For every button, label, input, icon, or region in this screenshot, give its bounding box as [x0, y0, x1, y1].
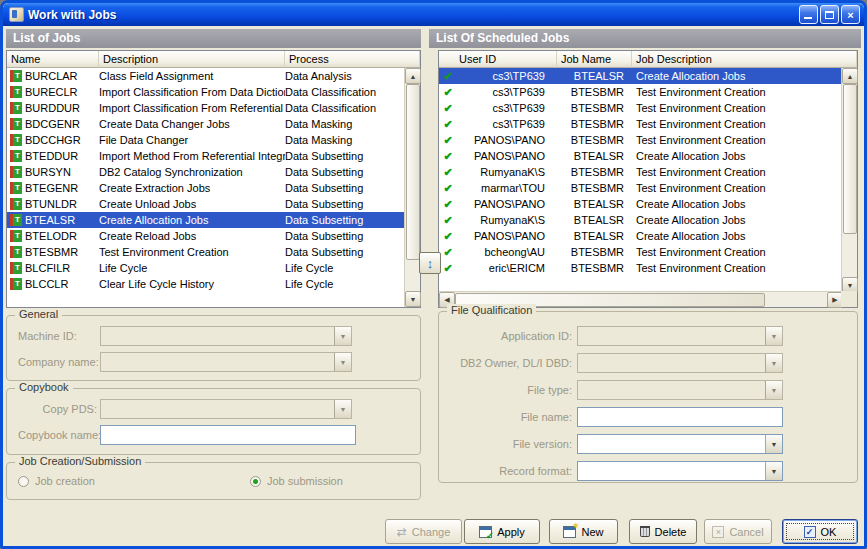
- job-row[interactable]: TBLCCLRClear Life Cycle HistoryLife Cycl…: [7, 276, 404, 292]
- job-name-cell: BTEALSR: [557, 212, 632, 228]
- job-description-cell: Test Environment Creation: [632, 132, 841, 148]
- scrollbar-thumb[interactable]: [843, 84, 857, 234]
- job-name-cell: BTESBMR: [557, 116, 632, 132]
- file-type-label: File type:: [447, 380, 572, 400]
- user-id-cell: cs3\TP639: [457, 84, 557, 100]
- company-name-value: [101, 353, 334, 371]
- job-process-cell: Data Subsetting: [285, 180, 404, 196]
- scroll-up-button[interactable]: ▲: [842, 68, 858, 84]
- column-header-process[interactable]: Process: [285, 51, 420, 68]
- scroll-up-button[interactable]: ▲: [405, 68, 421, 84]
- close-icon: ×: [847, 9, 853, 21]
- new-button[interactable]: New: [549, 519, 618, 544]
- scheduled-job-row[interactable]: ✔PANOS\PANOBTESBMRTest Environment Creat…: [439, 132, 841, 148]
- trash-icon: [640, 526, 650, 537]
- close-button[interactable]: ×: [841, 5, 860, 24]
- user-id-cell: PANOS\PANO: [457, 228, 557, 244]
- job-row[interactable]: TBDCCHGRFile Data ChangerData Masking: [7, 132, 404, 148]
- job-row[interactable]: TBDCGENRCreate Data Changer JobsData Mas…: [7, 116, 404, 132]
- job-row[interactable]: TBLCFILRLife CycleLife Cycle: [7, 260, 404, 276]
- scheduled-job-row[interactable]: ✔PANOS\PANOBTEALSRCreate Allocation Jobs: [439, 228, 841, 244]
- user-id-cell: RumyanaK\S: [457, 164, 557, 180]
- scheduled-job-row[interactable]: ✔cs3\TP639BTESBMRTest Environment Creati…: [439, 84, 841, 100]
- maximize-button[interactable]: [820, 5, 839, 24]
- scheduled-job-row[interactable]: ✔cs3\TP639BTESBMRTest Environment Creati…: [439, 116, 841, 132]
- job-row[interactable]: TBTEGENRCreate Extraction JobsData Subse…: [7, 180, 404, 196]
- job-name-cell: BTESBMR: [557, 100, 632, 116]
- schedule-job-transfer-button[interactable]: ↕: [419, 252, 441, 274]
- job-name-cell: BURCLAR: [25, 68, 99, 84]
- job-row[interactable]: TBTUNLDRCreate Unload JobsData Subsettin…: [7, 196, 404, 212]
- scheduled-jobs-vertical-scrollbar[interactable]: ▲ ▼: [841, 68, 857, 293]
- scheduled-job-row[interactable]: ✔eric\ERICMBTESBMRTest Environment Creat…: [439, 260, 841, 276]
- column-header-job-description[interactable]: Job Description: [632, 51, 857, 68]
- job-creation-submission-group: Job Creation/Submission Job creation Job…: [6, 462, 421, 500]
- job-row[interactable]: TBTEALSRCreate Allocation JobsData Subse…: [7, 212, 404, 228]
- job-name-cell: BLCFILR: [25, 260, 99, 276]
- job-process-cell: Data Classification: [285, 84, 404, 100]
- file-version-combo[interactable]: ▼: [577, 434, 783, 454]
- job-name-cell: BTEDDUR: [25, 148, 99, 164]
- company-name-label: Company name:: [18, 352, 99, 372]
- job-process-cell: Data Analysis: [285, 68, 404, 84]
- application-id-label: Application ID:: [447, 326, 572, 346]
- job-name-cell: BURSYN: [25, 164, 99, 180]
- scheduled-job-row[interactable]: ✔bcheong\AUBTESBMRTest Environment Creat…: [439, 244, 841, 260]
- copybook-name-field[interactable]: [100, 425, 356, 445]
- dropdown-arrow-icon: ▼: [334, 353, 351, 371]
- scheduled-jobs-column-headers: User ID Job Name Job Description: [439, 51, 857, 68]
- scheduled-job-row[interactable]: ✔marmar\TOUBTESBMRTest Environment Creat…: [439, 180, 841, 196]
- job-row[interactable]: TBTESBMRTest Environment CreationData Su…: [7, 244, 404, 260]
- ok-button[interactable]: ✓ OK: [782, 519, 858, 544]
- job-name-cell: BURDDUR: [25, 100, 99, 116]
- check-icon: ✔: [439, 182, 457, 195]
- jobs-vertical-scrollbar[interactable]: ▲ ▼: [404, 68, 420, 307]
- title-bar[interactable]: Work with Jobs ×: [3, 3, 864, 26]
- minimize-button[interactable]: [799, 5, 818, 24]
- job-name-cell: BLCCLR: [25, 276, 99, 292]
- job-row[interactable]: TBURDDURImport Classification From Refer…: [7, 100, 404, 116]
- column-header-description[interactable]: Description: [99, 51, 285, 68]
- change-button-label: Change: [412, 526, 451, 538]
- file-name-field[interactable]: [577, 407, 783, 427]
- job-type-icon: T: [10, 102, 22, 114]
- scheduled-jobs-list[interactable]: User ID Job Name Job Description ✔cs3\TP…: [438, 50, 858, 308]
- job-description-cell: Test Environment Creation: [632, 84, 841, 100]
- scheduled-job-row[interactable]: ✔RumyanaK\SBTESBMRTest Environment Creat…: [439, 164, 841, 180]
- job-description-cell: File Data Changer: [99, 132, 285, 148]
- scheduled-job-row[interactable]: ✔RumyanaK\SBTEALSRCreate Allocation Jobs: [439, 212, 841, 228]
- job-row[interactable]: TBTEDDURImport Method From Referential I…: [7, 148, 404, 164]
- apply-button[interactable]: Apply: [464, 519, 540, 544]
- dropdown-arrow-icon: ▼: [334, 400, 351, 418]
- jobs-list[interactable]: Name Description Process TBURCLARClass F…: [6, 50, 421, 308]
- job-name-cell: BTESBMR: [25, 244, 99, 260]
- column-header-job-name[interactable]: Job Name: [557, 51, 632, 68]
- job-row[interactable]: TBURSYNDB2 Catalog SynchronizationData S…: [7, 164, 404, 180]
- job-row[interactable]: TBURECLRImport Classification From Data …: [7, 84, 404, 100]
- scroll-down-button[interactable]: ▼: [405, 291, 421, 307]
- new-button-label: New: [581, 526, 603, 538]
- scheduled-job-row[interactable]: ✔cs3\TP639BTEALSRCreate Allocation Jobs: [439, 68, 841, 84]
- job-row[interactable]: TBURCLARClass Field AssignmentData Analy…: [7, 68, 404, 84]
- user-id-cell: RumyanaK\S: [457, 212, 557, 228]
- column-header-name[interactable]: Name: [7, 51, 99, 68]
- scheduled-job-row[interactable]: ✔cs3\TP639BTESBMRTest Environment Creati…: [439, 100, 841, 116]
- delete-button[interactable]: Delete: [629, 519, 697, 544]
- file-name-input[interactable]: [578, 408, 782, 426]
- dropdown-arrow-icon[interactable]: ▼: [765, 462, 782, 480]
- job-type-icon: T: [10, 262, 22, 274]
- column-header-user-id[interactable]: User ID: [439, 51, 557, 68]
- scheduled-job-row[interactable]: ✔PANOS\PANOBTEALSRCreate Allocation Jobs: [439, 148, 841, 164]
- scrollbar-thumb[interactable]: [406, 84, 420, 260]
- job-name-cell: BTEALSR: [557, 228, 632, 244]
- job-submission-radio: [250, 476, 261, 487]
- job-process-cell: Data Subsetting: [285, 196, 404, 212]
- scheduled-job-row[interactable]: ✔PANOS\PANOBTEALSRCreate Allocation Jobs: [439, 196, 841, 212]
- job-process-cell: Data Subsetting: [285, 164, 404, 180]
- copybook-name-input[interactable]: [101, 426, 355, 444]
- machine-id-combo: ▼: [100, 326, 352, 346]
- record-format-combo[interactable]: ▼: [577, 461, 783, 481]
- change-button: ⇄ Change: [385, 519, 462, 544]
- job-row[interactable]: TBTELODRCreate Reload JobsData Subsettin…: [7, 228, 404, 244]
- dropdown-arrow-icon[interactable]: ▼: [765, 435, 782, 453]
